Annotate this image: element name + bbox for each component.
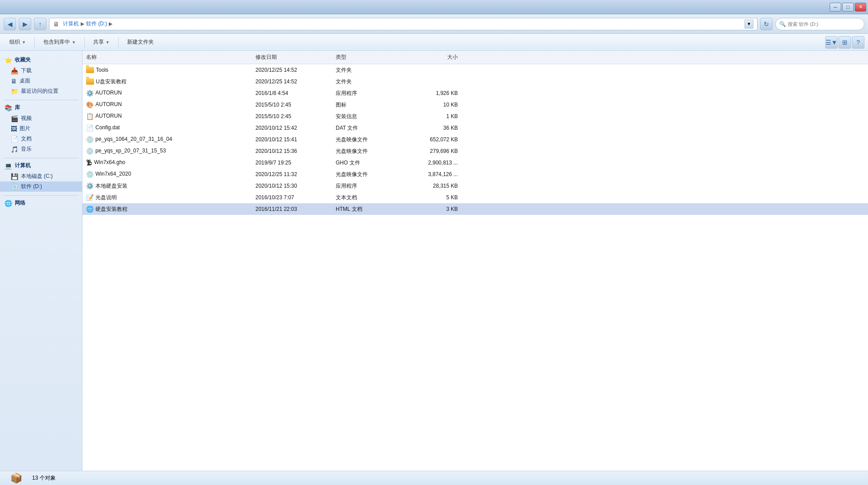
sidebar-item-pictures[interactable]: 🖼 图片 — [0, 123, 82, 134]
file-size-cell: 279,696 KB — [399, 147, 461, 155]
refresh-button[interactable]: ↻ — [760, 18, 773, 30]
computer-icon: 🖥 — [53, 21, 59, 28]
file-name-cell: 📄Config.dat — [82, 123, 252, 132]
table-row[interactable]: U盘安装教程 2020/12/25 14:52 文件夹 — [82, 76, 868, 87]
table-row[interactable]: 🌐硬盘安装教程 2016/11/21 22:03 HTML 文档 3 KB — [82, 203, 868, 215]
sidebar-item-software-d[interactable]: 💿 软件 (D:) — [0, 181, 82, 192]
view-options-button[interactable]: ☰▼ — [825, 36, 838, 49]
search-bar: 🔍 — [775, 18, 864, 30]
table-row[interactable]: 💿Win7x64_2020 2020/12/25 11:32 光盘映像文件 3,… — [82, 169, 868, 180]
file-date-cell: 2015/5/10 2:45 — [252, 112, 332, 120]
sidebar-section-library: 📚 库 🎬 视频 🖼 图片 📄 文档 🎵 音乐 — [0, 102, 82, 154]
sidebar-item-recent[interactable]: 📁 最近访问的位置 — [0, 86, 82, 96]
maximize-button[interactable]: □ — [842, 3, 854, 12]
include-in-library-button[interactable]: 包含到库中 ▼ — [37, 36, 82, 49]
status-icon: 📦 — [7, 472, 25, 485]
sidebar-header-network[interactable]: 🌐 网络 — [0, 197, 82, 209]
network-icon: 🌐 — [4, 200, 12, 207]
table-row[interactable]: 🎨AUTORUN 2015/5/10 2:45 图标 10 KB — [82, 99, 868, 111]
table-row[interactable]: 💿pe_yqs_xp_20_07_31_15_53 2020/10/12 15:… — [82, 145, 868, 157]
sidebar-section-network: 🌐 网络 — [0, 197, 82, 209]
file-name-cell: 🌐硬盘安装教程 — [82, 205, 252, 214]
file-date-cell: 2020/10/12 15:30 — [252, 182, 332, 190]
file-date-cell: 2016/1/8 4:54 — [252, 89, 332, 97]
file-type-cell: 图标 — [332, 100, 399, 110]
file-date-cell: 2020/12/25 11:32 — [252, 170, 332, 178]
breadcrumb-drive[interactable]: 软件 (D:) — [86, 20, 107, 28]
sidebar-divider-1 — [4, 100, 78, 100]
layout-button[interactable]: ⊞ — [839, 36, 851, 49]
downloads-icon: 📥 — [11, 67, 18, 74]
breadcrumb-dropdown[interactable]: ▼ — [745, 20, 753, 29]
file-date-cell: 2015/5/10 2:45 — [252, 101, 332, 109]
breadcrumb-sep-2: ▶ — [109, 21, 112, 27]
sidebar-section-computer: 💻 计算机 💾 本地磁盘 (C:) 💿 软件 (D:) — [0, 160, 82, 192]
help-button[interactable]: ? — [852, 36, 864, 49]
sidebar-header-computer[interactable]: 💻 计算机 — [0, 160, 82, 171]
status-count: 13 个对象 — [32, 474, 56, 482]
file-type-cell: 文本文档 — [332, 193, 399, 202]
close-button[interactable]: ✕ — [855, 3, 866, 12]
col-header-type[interactable]: 类型 — [332, 53, 399, 62]
sidebar-divider-3 — [4, 195, 78, 196]
file-size-cell: 652,072 KB — [399, 136, 461, 144]
sidebar-header-library[interactable]: 📚 库 — [0, 102, 82, 113]
music-icon: 🎵 — [11, 146, 18, 153]
recent-icon: 📁 — [11, 88, 18, 95]
up-button[interactable]: ↑ — [34, 18, 46, 30]
disk-c-icon: 💾 — [11, 173, 18, 180]
col-header-name[interactable]: 名称 — [82, 53, 252, 62]
new-folder-button[interactable]: 新建文件夹 — [121, 36, 160, 49]
table-row[interactable]: 📝光盘说明 2016/10/23 7:07 文本文档 5 KB — [82, 192, 868, 203]
file-size-cell: 28,315 KB — [399, 182, 461, 190]
col-header-date[interactable]: 修改日期 — [252, 53, 332, 62]
file-date-cell: 2020/10/12 15:41 — [252, 136, 332, 144]
table-row[interactable]: ⚙️本地硬盘安装 2020/10/12 15:30 应用程序 28,315 KB — [82, 180, 868, 192]
favorites-icon: ⭐ — [4, 57, 12, 64]
file-date-cell: 2020/10/12 15:42 — [252, 124, 332, 132]
sidebar-item-documents[interactable]: 📄 文档 — [0, 134, 82, 144]
file-date-cell: 2019/9/7 19:25 — [252, 159, 332, 167]
address-bar: ◀ ▶ ↑ 🖥 计算机 ▶ 软件 (D:) ▶ ▼ ↻ 🔍 — [0, 14, 868, 34]
sidebar-item-local-disk-c[interactable]: 💾 本地磁盘 (C:) — [0, 171, 82, 181]
table-row[interactable]: 📋AUTORUN 2015/5/10 2:45 安装信息 1 KB — [82, 111, 868, 122]
sidebar-item-music[interactable]: 🎵 音乐 — [0, 144, 82, 154]
organize-button[interactable]: 组织 ▼ — [4, 36, 32, 49]
minimize-button[interactable]: ─ — [830, 3, 841, 12]
sidebar-item-downloads[interactable]: 📥 下载 — [0, 66, 82, 76]
desktop-icon: 🖥 — [11, 78, 17, 85]
col-header-size[interactable]: 大小 — [399, 53, 461, 62]
search-input[interactable] — [788, 21, 860, 27]
breadcrumb-sep-1: ▶ — [81, 21, 84, 27]
table-row[interactable]: ⚙️AUTORUN 2016/1/8 4:54 应用程序 1,926 KB — [82, 87, 868, 99]
file-size-cell: 5 KB — [399, 193, 461, 201]
file-type-cell: 文件夹 — [332, 77, 399, 86]
sidebar-item-desktop[interactable]: 🖥 桌面 — [0, 76, 82, 86]
breadcrumb: 🖥 计算机 ▶ 软件 (D:) ▶ ▼ — [49, 18, 757, 30]
sidebar-header-favorites[interactable]: ⭐ 收藏夹 — [0, 54, 82, 66]
table-row[interactable]: 🗜Win7x64.gho 2019/9/7 19:25 GHO 文件 2,900… — [82, 157, 868, 169]
file-name-cell: 🗜Win7x64.gho — [82, 158, 252, 167]
share-button[interactable]: 共享 ▼ — [87, 36, 115, 49]
breadcrumb-computer[interactable]: 计算机 — [63, 20, 79, 28]
file-name-cell: 💿pe_yqs_1064_20_07_31_16_04 — [82, 135, 252, 144]
file-name-cell: 💿pe_yqs_xp_20_07_31_15_53 — [82, 147, 252, 156]
table-row[interactable]: Tools 2020/12/25 14:52 文件夹 — [82, 64, 868, 76]
table-row[interactable]: 📄Config.dat 2020/10/12 15:42 DAT 文件 36 K… — [82, 122, 868, 134]
search-icon: 🔍 — [779, 21, 786, 27]
computer-section-icon: 💻 — [4, 162, 12, 169]
main-layout: ⭐ 收藏夹 📥 下载 🖥 桌面 📁 最近访问的位置 📚 库 — [0, 51, 868, 471]
forward-button[interactable]: ▶ — [19, 18, 31, 30]
file-list-area: 名称 修改日期 类型 大小 Tools 2020/12/25 14:52 文件夹… — [82, 51, 868, 471]
file-date-cell: 2016/10/23 7:07 — [252, 193, 332, 201]
table-row[interactable]: 💿pe_yqs_1064_20_07_31_16_04 2020/10/12 1… — [82, 134, 868, 145]
sidebar-divider-2 — [4, 158, 78, 158]
sidebar-item-video[interactable]: 🎬 视频 — [0, 113, 82, 123]
back-button[interactable]: ◀ — [4, 18, 16, 30]
file-size-cell — [399, 69, 461, 71]
documents-icon: 📄 — [11, 136, 18, 143]
title-bar: ─ □ ✕ — [0, 0, 868, 14]
file-type-cell: 光盘映像文件 — [332, 135, 399, 144]
file-name-cell: ⚙️AUTORUN — [82, 89, 252, 98]
file-list-header: 名称 修改日期 类型 大小 — [82, 51, 868, 64]
